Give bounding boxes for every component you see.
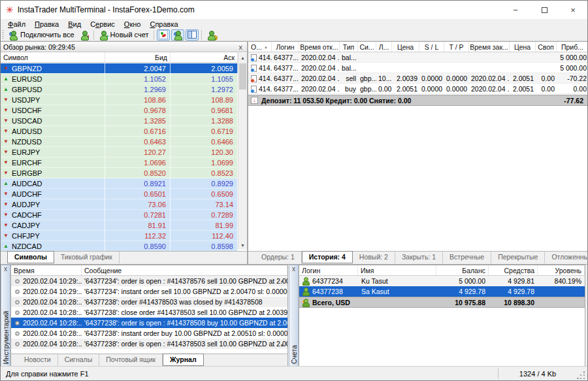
column-level[interactable]: Уровень bbox=[538, 265, 585, 275]
menu-item[interactable]: Окно bbox=[120, 20, 146, 28]
column-lots[interactable]: Л... bbox=[376, 42, 392, 52]
bid-value: 0.7281 bbox=[105, 210, 171, 220]
column-open-time[interactable]: Время отк... bbox=[299, 42, 340, 52]
market-row[interactable]: USDCHF 0.9678 0.9681 bbox=[1, 105, 238, 116]
column-order[interactable]: О...▲ bbox=[248, 42, 272, 52]
market-row[interactable]: USDJPY 108.86 108.89 bbox=[1, 95, 238, 105]
market-watch-tab[interactable]: Символы bbox=[7, 251, 54, 263]
accounts-close-icon[interactable]: x bbox=[289, 265, 298, 274]
market-row[interactable]: CHFJPY 112.32 112.40 bbox=[1, 231, 238, 241]
column-message[interactable]: Сообщение bbox=[82, 265, 287, 275]
column-close-price[interactable]: Цена bbox=[510, 42, 536, 52]
market-row[interactable]: AUDUSD 0.6716 0.6719 bbox=[1, 126, 238, 137]
close-button[interactable]: × bbox=[559, 1, 587, 19]
disconnect-all-button[interactable]: ◄ bbox=[77, 29, 91, 41]
column-type[interactable]: Тип bbox=[340, 42, 358, 52]
menu-item[interactable]: Правка bbox=[30, 20, 63, 28]
column-profit[interactable]: Приб... bbox=[557, 42, 588, 52]
toolbox-toggle[interactable] bbox=[186, 29, 199, 41]
column-time[interactable]: Время bbox=[11, 265, 82, 275]
scrollbar-thumb[interactable] bbox=[239, 63, 246, 90]
journal-row[interactable]: 2020.02.04 10:28:... '64377238': order i… bbox=[11, 318, 287, 328]
journal-row[interactable]: 2020.02.04 10:29:... '64377234': order i… bbox=[11, 276, 287, 286]
market-row[interactable]: USDCAD 1.3285 1.3288 bbox=[1, 116, 238, 126]
market-watch-toggle[interactable] bbox=[157, 29, 170, 41]
ask-value: 1.3288 bbox=[171, 116, 238, 126]
journal-scroll-down-icon[interactable]: ▼ bbox=[278, 342, 286, 350]
market-row[interactable]: AUDCAD 0.8921 0.8929 bbox=[1, 178, 238, 189]
scroll-down-icon[interactable]: ▼ bbox=[238, 240, 247, 250]
journal-scroll-up-icon[interactable]: ▲ bbox=[278, 277, 286, 285]
new-account-button[interactable]: + Новый счет bbox=[96, 29, 152, 41]
column-login[interactable]: Логин bbox=[299, 265, 358, 275]
order-row[interactable]: 414... 64377... 2020.02.04 ... bal... 5 … bbox=[248, 63, 588, 73]
column-sl[interactable]: S / L bbox=[419, 42, 444, 52]
journal-row[interactable]: 2020.02.04 10:28:... '64377238': instant… bbox=[11, 328, 287, 339]
accounts-toggle[interactable] bbox=[171, 29, 184, 41]
column-close-time[interactable]: Время зак... bbox=[469, 42, 510, 52]
column-bid[interactable]: Бид bbox=[105, 52, 171, 62]
journal-tab[interactable]: Почтовый ящик bbox=[99, 354, 163, 366]
maximize-button[interactable] bbox=[530, 1, 559, 19]
column-price[interactable]: Цена bbox=[392, 42, 419, 52]
toolbox-close-icon[interactable]: x bbox=[1, 265, 10, 274]
market-row[interactable]: AUDJPY 73.06 73.14 bbox=[1, 199, 238, 210]
column-login[interactable]: Логин bbox=[272, 42, 299, 52]
column-symbol[interactable]: Си... bbox=[358, 42, 376, 52]
resize-grip[interactable] bbox=[577, 371, 586, 380]
journal-row[interactable]: 2020.02.04 10:29:... '64377234': instant… bbox=[11, 286, 287, 297]
history-tab[interactable]: История: 4 bbox=[302, 251, 353, 263]
market-row[interactable]: NZDCAD 0.8590 0.8598 bbox=[1, 241, 238, 252]
order-row[interactable]: 414... 64377... 2020.02.04 ... bal... 5 … bbox=[248, 52, 588, 63]
market-row[interactable]: EURGBP 0.8520 0.8523 bbox=[1, 168, 238, 178]
market-row[interactable]: EURUSD 1.1052 1.1055 bbox=[1, 74, 238, 84]
column-ask[interactable]: Аск bbox=[171, 52, 238, 62]
market-row[interactable]: EURJPY 120.27 120.30 bbox=[1, 147, 238, 157]
menu-item[interactable]: Файл bbox=[3, 20, 30, 28]
journal-tab[interactable]: Сигналы bbox=[58, 354, 100, 366]
journal-row[interactable]: 2020.02.04 10:28:... '64377238': order i… bbox=[11, 339, 287, 349]
account-row[interactable]: 64377238 Sa Kasut 4 929.78 4 929.78 bbox=[299, 286, 585, 297]
column-swap[interactable]: Своп bbox=[536, 42, 557, 52]
order-row[interactable]: 414... 64377... 2020.02.04 ... buy gbp..… bbox=[248, 84, 588, 94]
column-equity[interactable]: Средства bbox=[489, 265, 538, 275]
toolbox-window-icon bbox=[188, 31, 197, 39]
journal-row[interactable]: 2020.02.04 10:28:... '64377238': order #… bbox=[11, 297, 287, 307]
history-tab[interactable]: Отложенный: 1 bbox=[545, 252, 588, 263]
history-tab[interactable]: Ордеры: 1 bbox=[255, 252, 302, 263]
journal-row[interactable]: 2020.02.04 10:28:... '64377238': close o… bbox=[11, 307, 287, 318]
market-watch-close-icon[interactable]: x bbox=[237, 43, 245, 51]
market-row[interactable]: AUDCHF 0.6501 0.6509 bbox=[1, 189, 238, 199]
scroll-up-icon[interactable]: ▲ bbox=[238, 53, 247, 62]
menu-item[interactable]: Вид bbox=[63, 20, 86, 28]
account-row[interactable]: 64377234 Ku Tasut 5 000.00 4 929.81 840.… bbox=[299, 276, 585, 286]
history-tab[interactable]: Закрыть: 1 bbox=[395, 252, 443, 263]
market-watch-tab[interactable]: Тиковый график bbox=[54, 252, 120, 263]
market-row[interactable]: EURCHF 1.0696 1.0699 bbox=[1, 157, 238, 168]
market-row[interactable]: CADCHF 0.7281 0.7289 bbox=[1, 210, 238, 220]
toolbar-grip[interactable] bbox=[2, 30, 4, 39]
column-balance[interactable]: Баланс bbox=[436, 265, 489, 275]
connect-all-button[interactable]: Подключить все bbox=[6, 29, 77, 41]
market-row[interactable]: NZDUSD 0.6463 0.6466 bbox=[1, 137, 238, 147]
journal-tab[interactable]: Журнал bbox=[163, 354, 203, 366]
history-tab[interactable]: Встречные bbox=[443, 252, 491, 263]
minimize-button[interactable]: − bbox=[501, 1, 530, 19]
menu-item[interactable]: Сервис bbox=[86, 20, 120, 28]
maximize-icon bbox=[542, 7, 547, 13]
order-row[interactable]: 414... 64377... 2020.02.04 ... sell gbp.… bbox=[248, 73, 588, 84]
market-watch-scrollbar[interactable]: ▲ ▼ bbox=[238, 53, 247, 250]
column-symbol[interactable]: Символ bbox=[1, 52, 105, 62]
menu-item[interactable]: Справка bbox=[145, 20, 182, 28]
journal-tab[interactable]: Новости bbox=[18, 354, 58, 366]
history-tab[interactable]: Новый: 2 bbox=[353, 252, 395, 263]
market-row[interactable]: GBPNZD 2.0047 2.0059 bbox=[1, 63, 238, 74]
history-tab[interactable]: Перекрытые bbox=[491, 252, 545, 263]
market-row[interactable]: GBPUSD 1.2969 1.2972 bbox=[1, 84, 238, 95]
market-watch-panel: Обзор рынка: 09:29:45 x Символ Бид Аск G… bbox=[1, 41, 248, 265]
menu-bar: Файл Правка Вид Сервис Окно Справка bbox=[1, 19, 587, 29]
market-row[interactable]: CADJPY 81.91 81.99 bbox=[1, 220, 238, 231]
column-name[interactable]: Имя bbox=[358, 265, 436, 275]
column-tp[interactable]: T / P bbox=[444, 42, 469, 52]
account-settings-button[interactable] bbox=[204, 29, 218, 41]
